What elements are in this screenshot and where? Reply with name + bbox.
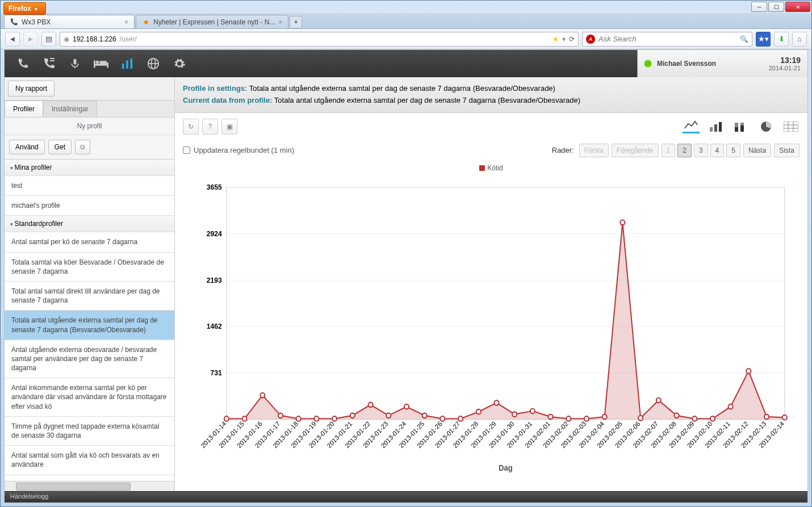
image-icon[interactable]: ▣ <box>221 119 237 135</box>
svg-point-51 <box>458 416 463 421</box>
legend-label: Kötid <box>487 164 503 172</box>
profile-item[interactable]: Antal samtal som gått via kö och besvara… <box>5 446 174 475</box>
svg-text:Dag: Dag <box>499 463 513 472</box>
svg-rect-10 <box>131 58 133 69</box>
window-close-button[interactable]: ✕ <box>785 2 810 12</box>
user-area[interactable]: Michael Svensson 13:19 2014-01-21 <box>637 50 807 77</box>
browser-tab-active[interactable]: 📞 Wx3 PBX × <box>4 15 135 28</box>
chart-type-table-icon[interactable] <box>782 120 800 133</box>
profile-item[interactable]: test <box>5 176 174 196</box>
close-icon[interactable]: × <box>278 18 282 26</box>
profile-item[interactable]: Total antal samtal direkt till användare… <box>5 282 174 311</box>
firefox-menu-button[interactable]: Firefox <box>3 2 46 15</box>
footer-log[interactable]: Händelselogg <box>5 491 807 502</box>
auto-update-checkbox[interactable] <box>183 146 190 154</box>
bed-icon[interactable] <box>93 56 109 72</box>
svg-point-53 <box>494 400 499 405</box>
new-report-button[interactable]: Ny rapport <box>8 81 55 97</box>
browser-tab-inactive[interactable]: ◆ Nyheter | Expressen | Senaste nytt - N… <box>136 15 288 28</box>
bookmark-star-icon[interactable]: ★ <box>553 35 559 43</box>
info-banner: Profile in settings: Totala antal utgåen… <box>175 77 807 113</box>
profile-item[interactable]: Totala samtal via köer Besvarade / Obesv… <box>5 253 174 282</box>
svg-point-67 <box>746 368 751 374</box>
profile-item[interactable]: Totala antalet externa inkommande samtal… <box>5 475 174 481</box>
get-button[interactable]: Get <box>48 140 72 154</box>
dropdown-icon[interactable]: ▾ <box>562 35 566 43</box>
refresh-icon[interactable]: ↻ <box>183 119 199 135</box>
pager-page[interactable]: 4 <box>710 144 725 157</box>
chart-legend: Kötid <box>175 161 807 175</box>
reader-button[interactable]: ▤ <box>41 32 56 47</box>
svg-point-50 <box>440 416 445 421</box>
profile-value: Totala antal utgående externa samtal per… <box>249 84 555 93</box>
tab-installningar[interactable]: Inställningar <box>43 100 97 117</box>
close-icon[interactable]: × <box>124 18 128 26</box>
profile-item[interactable]: Antal inkommande externa samtal per kö p… <box>5 378 174 417</box>
search-input[interactable] <box>598 35 736 43</box>
mic-icon[interactable] <box>67 56 83 72</box>
clock-date: 2014-01-21 <box>769 65 801 72</box>
favicon-icon: ◆ <box>142 18 150 26</box>
chart-type-pie-icon[interactable] <box>757 120 775 133</box>
back-button[interactable]: ◄ <box>5 32 20 47</box>
chart-type-stacked-icon[interactable] <box>733 120 750 133</box>
svg-rect-7 <box>99 61 107 64</box>
clock-time: 13:19 <box>769 56 801 65</box>
search-icon[interactable]: 🔍 <box>740 35 748 43</box>
phone-icon[interactable] <box>15 56 31 72</box>
pager-page[interactable]: 1 <box>662 144 676 157</box>
horizontal-scrollbar[interactable] <box>5 481 174 491</box>
tab-title: Nyheter | Expressen | Senaste nytt - N..… <box>153 18 275 26</box>
pager-next[interactable]: Nästa <box>743 144 771 157</box>
forward-button[interactable]: ► <box>23 32 38 47</box>
section-my-profiles[interactable]: Mina profiler <box>5 160 174 176</box>
url-host: 192.168.1.226 <box>73 35 116 43</box>
svg-rect-20 <box>740 125 744 132</box>
new-tab-button[interactable]: + <box>290 16 302 28</box>
reload-icon[interactable]: ⟳ <box>569 35 575 43</box>
search-engine-icon[interactable]: A <box>586 35 595 44</box>
svg-point-65 <box>710 416 715 421</box>
profile-label: Profile in settings: <box>183 84 247 93</box>
svg-point-6 <box>96 60 99 64</box>
pager-page[interactable]: 3 <box>694 144 708 157</box>
phone-list-icon[interactable] <box>41 56 57 72</box>
svg-point-52 <box>476 409 481 414</box>
globe-icon[interactable] <box>145 56 161 72</box>
window-maximize-button[interactable]: ☐ <box>768 2 784 12</box>
chart-type-line-icon[interactable] <box>683 120 700 133</box>
search-bar[interactable]: A 🔍 <box>582 32 752 47</box>
use-button[interactable]: Använd <box>9 140 45 154</box>
home-button[interactable]: ⌂ <box>792 32 807 47</box>
svg-text:2193: 2193 <box>207 276 222 284</box>
stats-icon[interactable] <box>119 56 135 72</box>
profile-item[interactable]: Totala antal utgående externa samtal per… <box>5 311 174 340</box>
pager-page[interactable]: 2 <box>677 144 692 157</box>
url-bar[interactable]: ◉ 192.168.1.226/user/ ★ ▾ ⟳ <box>60 32 579 47</box>
pager-prev[interactable]: Föregående <box>612 144 659 157</box>
copy-icon[interactable]: ⧉ <box>75 140 90 154</box>
tab-profiler[interactable]: Profiler <box>5 100 43 117</box>
profile-item[interactable]: michael's profile <box>5 196 174 216</box>
help-icon[interactable]: ? <box>202 119 218 135</box>
window-minimize-button[interactable]: ─ <box>751 2 767 12</box>
profile-item[interactable]: Antal utgående externa obesvarade / besv… <box>5 340 174 379</box>
downloads-button[interactable]: ⬇ <box>774 32 789 47</box>
user-time: 13:19 2014-01-21 <box>769 56 801 72</box>
gear-icon[interactable] <box>171 56 187 72</box>
svg-text:3655: 3655 <box>207 183 222 191</box>
bookmarks-button[interactable]: ★▾ <box>756 32 771 47</box>
svg-rect-27 <box>227 187 785 419</box>
pager-last[interactable]: Sista <box>774 144 800 157</box>
svg-point-40 <box>260 392 265 397</box>
pager-first[interactable]: Första <box>579 144 609 157</box>
new-profile-link[interactable]: Ny profil <box>5 118 174 135</box>
profile-item[interactable]: Timme på dygnet med tappade externa kösa… <box>5 417 174 446</box>
section-std-profiles[interactable]: Standardprofiler <box>5 216 174 232</box>
pager-page[interactable]: 5 <box>726 144 740 157</box>
profile-item[interactable]: Antal samtal per kö de senaste 7 dagarna <box>5 232 174 252</box>
tab-title: Wx3 PBX <box>22 18 51 26</box>
svg-rect-15 <box>714 124 717 132</box>
chart-type-bar-icon[interactable] <box>708 120 725 133</box>
svg-point-59 <box>602 414 607 419</box>
